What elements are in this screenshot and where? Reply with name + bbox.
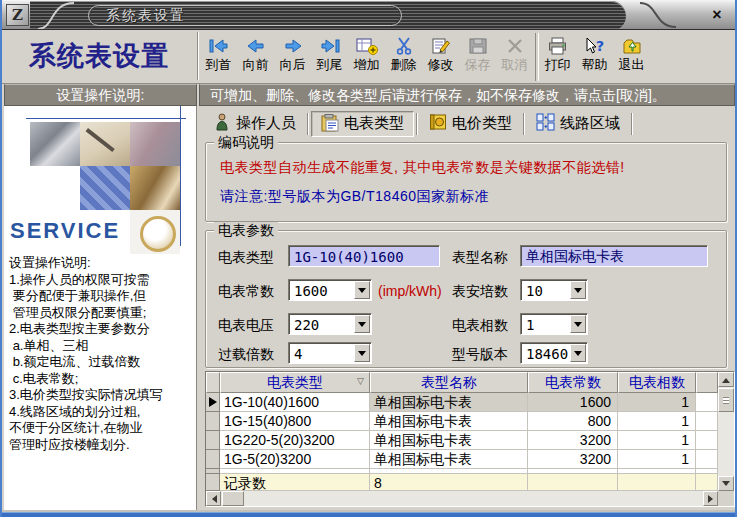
tab-price-type[interactable]: 电价类型 xyxy=(420,111,521,137)
phase-dropdown[interactable]: 1 xyxy=(520,313,588,335)
operator-icon xyxy=(214,113,231,134)
add-record-icon xyxy=(356,34,378,57)
ampere-dropdown[interactable]: 10 xyxy=(520,279,588,301)
titlebar-curve-decoration-right xyxy=(638,1,678,30)
vertical-scroll-thumb[interactable] xyxy=(718,388,734,412)
overload-dropdown[interactable]: 4 xyxy=(288,342,372,364)
version-dropdown[interactable]: 18460 xyxy=(520,342,588,364)
go-next-icon xyxy=(283,34,303,57)
goto-last-icon xyxy=(320,34,340,57)
column-header-meter-type[interactable]: 电表类型 ▽ xyxy=(220,372,370,393)
title-bar: Z 系统表设置 × xyxy=(2,0,735,30)
tab-separator xyxy=(307,113,309,135)
grid-header-filler xyxy=(696,372,718,393)
voltage-dropdown[interactable]: 220 xyxy=(288,313,372,335)
scroll-down-button[interactable] xyxy=(718,476,734,491)
modify-record-button[interactable]: 修改 xyxy=(422,31,459,83)
horizontal-scrollbar[interactable] xyxy=(206,491,718,506)
column-header-model-name[interactable]: 表型名称 xyxy=(370,372,528,393)
scroll-left-button[interactable] xyxy=(206,491,221,506)
goto-first-icon xyxy=(209,34,229,57)
tab-label: 线路区域 xyxy=(560,114,620,133)
goto-first-button[interactable]: 到首 xyxy=(200,31,237,83)
phase-label: 电表相数 xyxy=(452,317,508,335)
help-button[interactable]: ? 帮助 xyxy=(576,31,613,83)
photo-pen xyxy=(80,122,130,166)
photo-keyboard xyxy=(80,166,130,210)
photo-gold-parts xyxy=(130,166,180,210)
scroll-up-button[interactable] xyxy=(718,372,734,387)
toolbar-buttons: 到首 向前 向后 到尾 xyxy=(200,31,650,83)
go-previous-icon xyxy=(246,34,266,57)
go-previous-button[interactable]: 向前 xyxy=(237,31,274,83)
price-type-icon xyxy=(429,113,447,134)
grid-footer-row: 记录数 8 xyxy=(206,474,718,491)
sort-indicator-icon: ▽ xyxy=(357,376,364,386)
exit-button[interactable]: 退出 xyxy=(613,31,650,83)
model-name-input[interactable] xyxy=(520,245,708,267)
row-indicator xyxy=(206,431,220,450)
coding-warning-text: 电表类型自动生成不能重复, 其中电表常数是关键数据不能选错! xyxy=(220,159,625,177)
right-panel: 操作人员 电表类型 电价类型 线路区域 xyxy=(199,106,737,510)
column-header-phase[interactable]: 电表相数 xyxy=(618,372,696,393)
modify-record-icon xyxy=(431,34,451,57)
vertical-scrollbar[interactable] xyxy=(718,372,734,491)
toolbar: 系统表设置 到首 向前 向后 xyxy=(2,30,735,84)
meter-type-grid: 电表类型 ▽ 表型名称 电表常数 电表相数 1G-10(40)1600 单相国标… xyxy=(205,371,735,507)
constant-unit-label: (imp/kWh) xyxy=(378,283,442,299)
delete-record-icon xyxy=(394,34,414,57)
delete-record-button[interactable]: 删除 xyxy=(385,31,422,83)
cancel-icon xyxy=(506,34,524,57)
meter-type-input[interactable] xyxy=(288,245,440,267)
chevron-down-icon xyxy=(570,344,586,362)
chevron-down-icon xyxy=(354,315,370,333)
print-icon xyxy=(548,34,568,57)
cancel-button[interactable]: 取消 xyxy=(496,31,533,83)
tab-bar: 操作人员 电表类型 电价类型 线路区域 xyxy=(205,110,635,137)
scroll-right-button[interactable] xyxy=(703,491,718,506)
go-next-button[interactable]: 向后 xyxy=(274,31,311,83)
table-row[interactable]: 1G-10(40)1600 单相国标电卡表 1600 1 xyxy=(206,393,718,412)
ampere-label: 表安培数 xyxy=(452,283,508,301)
groupbox-title: 编码说明 xyxy=(214,134,278,150)
column-header-constant[interactable]: 电表常数 xyxy=(528,372,618,393)
add-record-button[interactable]: 增加 xyxy=(348,31,385,83)
svg-text:?: ? xyxy=(596,38,604,54)
tab-label: 电表类型 xyxy=(344,114,404,133)
coding-notes-groupbox: 编码说明 电表类型自动生成不能重复, 其中电表常数是关键数据不能选错! 请注意:… xyxy=(205,142,727,222)
chevron-down-icon xyxy=(354,281,370,299)
table-row[interactable]: 1G220-5(20)3200 单相国标电卡表 3200 1 xyxy=(206,431,718,450)
chevron-down-icon xyxy=(570,315,586,333)
voltage-label: 电表电压 xyxy=(218,317,274,335)
horizontal-scroll-thumb[interactable] xyxy=(222,491,244,506)
table-row[interactable]: 1G-15(40)800 单相国标电卡表 800 1 xyxy=(206,412,718,431)
print-button[interactable]: 打印 xyxy=(539,31,576,83)
meter-params-groupbox: 电表参数 电表类型 表型名称 电表常数 1600 (imp/kWh) 表安培数 … xyxy=(205,230,727,368)
help-icon: ? xyxy=(584,34,606,57)
grid-header-row: 电表类型 ▽ 表型名称 电表常数 电表相数 xyxy=(206,372,718,393)
page-title: 系统表设置 xyxy=(2,38,196,74)
close-icon[interactable]: × xyxy=(707,5,727,25)
tab-meter-type[interactable]: 电表类型 xyxy=(311,111,414,137)
record-count-label: 记录数 xyxy=(220,474,370,491)
model-name-label: 表型名称 xyxy=(452,249,508,267)
tab-line-area[interactable]: 线路区域 xyxy=(527,111,629,137)
tab-label: 操作人员 xyxy=(236,114,296,133)
decor-hairline-vertical xyxy=(180,106,181,246)
meter-constant-dropdown[interactable]: 1600 xyxy=(288,279,372,301)
left-panel: SERVICE 设置操作说明: 1.操作人员的权限可按需 要分配便于兼职操作,但… xyxy=(4,106,197,510)
window-bottom-border xyxy=(2,510,735,517)
tab-separator xyxy=(631,113,633,135)
meter-type-label: 电表类型 xyxy=(218,249,274,267)
save-button[interactable]: 保存 xyxy=(459,31,496,83)
goto-last-button[interactable]: 到尾 xyxy=(311,31,348,83)
tab-separator xyxy=(416,113,418,135)
meter-constant-label: 电表常数 xyxy=(218,283,274,301)
table-row[interactable]: 1G-5(20)3200 单相国标电卡表 3200 1 xyxy=(206,450,718,469)
toolbar-group-separator xyxy=(533,31,539,83)
tab-operators[interactable]: 操作人员 xyxy=(205,111,305,137)
groupbox-title: 电表参数 xyxy=(214,222,278,238)
photo-pens xyxy=(130,122,180,166)
version-label: 型号版本 xyxy=(452,346,508,364)
app-window: Z 系统表设置 × 系统表设置 到首 向前 xyxy=(0,0,737,517)
